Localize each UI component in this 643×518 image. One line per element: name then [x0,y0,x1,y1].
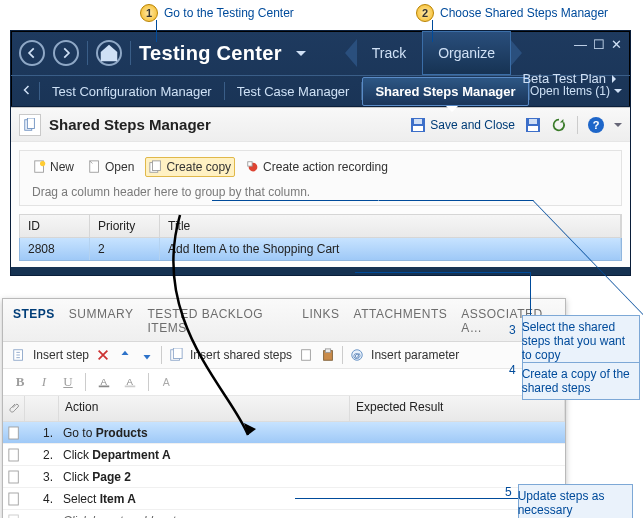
callout-1-text: Go to the Testing Center [164,6,294,20]
move-down-button[interactable] [139,347,155,363]
subnav-test-case[interactable]: Test Case Manager [225,78,362,105]
callout-5-text: Update steps as necessary [518,489,624,517]
minimize-button[interactable]: — [574,37,587,52]
steps-grid-header: Action Expected Result [3,396,565,422]
underline-button[interactable]: U [61,374,75,390]
chevron-right-icon [612,75,620,83]
svg-text:A: A [101,376,108,387]
subnav-test-config[interactable]: Test Configuration Manager [40,78,224,105]
insert-step-label[interactable]: Insert step [33,348,89,362]
open-button[interactable]: Open [85,158,137,176]
insert-param-icon[interactable]: @ [349,347,365,363]
delete-step-button[interactable] [95,347,111,363]
refresh-button[interactable] [551,117,567,133]
save-and-close-button[interactable]: Save and Close [410,117,515,133]
step-num-4: 4. [25,492,59,506]
panel-title: Shared Steps Manager [49,116,211,133]
step-action-2: Click Department A [59,448,350,462]
step-row-4[interactable]: 4. Select Item A [3,488,565,510]
close-button[interactable]: ✕ [611,37,622,52]
new-button[interactable]: New [30,158,77,176]
step-num-1: 1. [25,426,59,440]
svg-rect-27 [125,386,136,388]
titlebar-sep [87,41,88,65]
stoolbar-sep2 [342,346,343,364]
tab-links[interactable]: LINKS [302,307,339,335]
callout-4-text: Create a copy of the shared steps [522,367,631,395]
panel-header: Shared Steps Manager Save and Close ? [11,108,630,142]
step-row-3[interactable]: 3. Click Page 2 [3,466,565,488]
step-icon [3,448,25,462]
step-icon [3,426,25,440]
clear-format-button[interactable]: A [159,374,175,390]
panel-sep [577,116,578,134]
callout-5-bubble: 5 [505,485,512,499]
italic-button[interactable]: I [37,374,51,390]
callout-4-bubble: 4 [509,363,516,377]
step-icon [3,470,25,484]
open-items-dropdown[interactable]: Open Items (1) [530,84,626,98]
selected-tab-pointer-icon [446,106,458,118]
highlight-button[interactable]: A [122,374,138,390]
step-row-2[interactable]: 2. Click Department A [3,444,565,466]
shared-clipboard-button[interactable] [320,347,336,363]
col-attach-icon [3,396,25,421]
tab-steps[interactable]: STEPS [13,307,55,335]
shared-page-button[interactable] [298,347,314,363]
fmt-sep1 [85,373,86,391]
callout-2-text: Choose Shared Steps Manager [440,6,608,20]
callout-1: 1 Go to the Testing Center [140,4,294,22]
insert-shared-label[interactable]: Insert shared steps [190,348,292,362]
svg-rect-17 [173,348,182,359]
app-title[interactable]: Testing Center [139,42,282,65]
tab-tested[interactable]: TESTED BACKLOG ITEMS [147,307,288,335]
tab-summary[interactable]: SUMMARY [69,307,134,335]
tab-track[interactable]: Track [356,31,422,75]
nav-forward-button[interactable] [53,40,79,66]
svg-rect-29 [9,427,18,439]
step-row-1[interactable]: 1. Go to Products [3,422,565,444]
step-row-add[interactable]: Click here to add a step [3,510,565,518]
svg-rect-3 [413,126,423,131]
insert-param-label[interactable]: Insert parameter [371,348,459,362]
svg-text:A: A [127,376,134,387]
copy-icon [149,160,163,174]
subnav-shared-steps[interactable]: Shared Steps Manager [362,77,528,106]
col-action[interactable]: Action [59,396,350,421]
svg-text:A: A [163,376,170,388]
svg-rect-30 [9,449,18,461]
nav-back-button[interactable] [19,40,45,66]
top-tabs: Track Organize [345,31,522,75]
shared-steps-icon [19,114,41,136]
insert-step-icon[interactable] [11,347,27,363]
create-action-recording-button[interactable]: Create action recording [243,158,391,176]
maximize-button[interactable]: ☐ [593,37,605,52]
steps-toolbar: Insert step Insert shared steps @ Insert… [3,342,565,369]
col-id[interactable]: ID [20,215,90,237]
home-button[interactable] [96,40,122,66]
help-chevron-down-icon[interactable] [614,123,622,131]
step-icon [3,514,25,519]
svg-rect-12 [153,161,161,171]
callout-2: 2 Choose Shared Steps Manager [416,4,608,22]
save-button[interactable] [525,117,541,133]
create-copy-button[interactable]: Create copy [145,157,235,177]
insert-shared-icon[interactable] [168,347,184,363]
tab-attachments[interactable]: ATTACHMENTS [354,307,448,335]
move-up-button[interactable] [117,347,133,363]
callout-1-bubble: 1 [140,4,158,22]
title-dropdown-icon[interactable] [296,51,306,61]
subnav-back-icon[interactable] [15,84,39,99]
col-priority[interactable]: Priority [90,215,160,237]
leader-5h [295,498,518,499]
leader-2 [432,20,433,42]
save-icon [410,117,426,133]
step-icon [3,492,25,506]
bold-button[interactable]: B [13,374,27,390]
help-button[interactable]: ? [588,117,604,133]
fmt-sep2 [148,373,149,391]
font-color-button[interactable]: A [96,374,112,390]
step-num-2: 2. [25,448,59,462]
test-plan-selector[interactable]: Beta Test Plan [522,71,620,86]
tab-organize[interactable]: Organize [422,31,511,75]
